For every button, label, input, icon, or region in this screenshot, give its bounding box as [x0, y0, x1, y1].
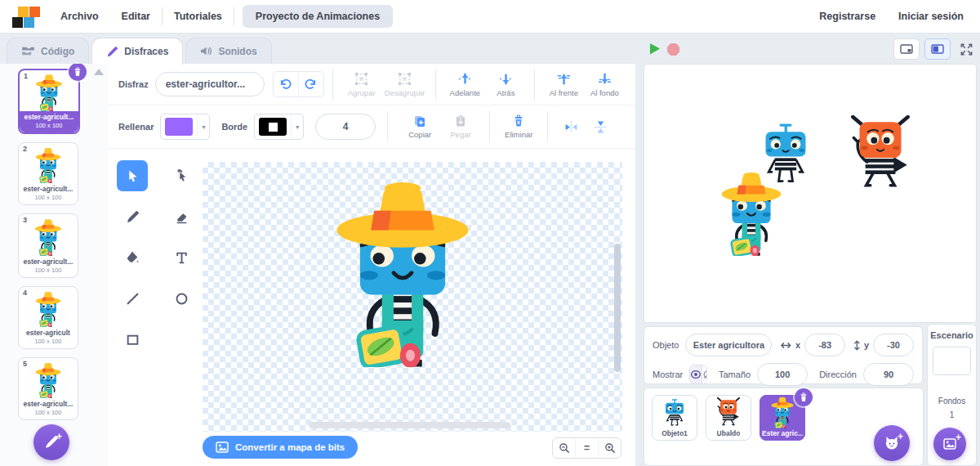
- x-label: x: [795, 340, 800, 350]
- trash-icon: [73, 67, 82, 77]
- ungroup-button[interactable]: Desagrupar: [382, 72, 428, 97]
- fill-label: Rellenar: [118, 122, 154, 132]
- sprite-name-input[interactable]: [685, 334, 772, 356]
- group-button[interactable]: Agrupar: [341, 72, 382, 97]
- zoom-out-button[interactable]: [553, 438, 575, 458]
- paste-label: Pegar: [451, 130, 471, 139]
- front-label: Al frente: [550, 88, 578, 97]
- sprite-direction-input[interactable]: [863, 363, 914, 386]
- backward-icon: [499, 72, 513, 86]
- tab-sounds[interactable]: Sonidos: [185, 38, 271, 64]
- forward-button[interactable]: Adelante: [444, 72, 485, 97]
- fullscreen-button[interactable]: [956, 39, 977, 59]
- back-button[interactable]: Al fondo: [584, 72, 625, 97]
- tab-code[interactable]: Código: [7, 38, 89, 64]
- add-backdrop-button[interactable]: +: [933, 428, 966, 460]
- stop-button[interactable]: [666, 43, 680, 56]
- line-tool[interactable]: [117, 283, 148, 314]
- costume-drawing-farmer[interactable]: [325, 173, 480, 367]
- text-tool[interactable]: [166, 242, 197, 273]
- large-stage-button[interactable]: [924, 38, 951, 60]
- costume-thumbnail: [33, 146, 63, 183]
- stroke-width-input[interactable]: [315, 114, 376, 140]
- costume-card-2[interactable]: 2 ester-agricult... 100 x 100: [18, 142, 78, 205]
- canvas-vertical-scrollbar[interactable]: [614, 244, 621, 372]
- paint-canvas[interactable]: [203, 162, 622, 432]
- costume-field-label: Disfraz: [118, 79, 149, 89]
- zoom-reset-button[interactable]: =: [575, 438, 598, 458]
- reshape-tool[interactable]: [166, 160, 197, 191]
- redo-button[interactable]: [298, 72, 323, 96]
- eraser-icon: [175, 210, 189, 224]
- sprite-y-input[interactable]: [873, 334, 914, 356]
- trash-icon: [799, 392, 808, 402]
- sprite-size-input[interactable]: [757, 363, 808, 386]
- costume-name: ester-agricult...: [19, 400, 78, 408]
- stop-sign-icon: [666, 43, 680, 56]
- costume-card-5[interactable]: 5 ester-agricult... 100 x 100: [18, 357, 78, 420]
- flip-vertical-button[interactable]: [588, 114, 612, 139]
- brush-icon: [106, 46, 118, 58]
- show-sprite-button[interactable]: [690, 365, 702, 383]
- eraser-tool[interactable]: [166, 201, 197, 232]
- scratch-editor: Archivo Editar Tutoriales Proyecto de An…: [0, 0, 980, 466]
- costume-card-3[interactable]: 3 ester-agricult... 100 x 100: [18, 213, 78, 278]
- menu-file[interactable]: Archivo: [49, 11, 110, 22]
- sprite-card-objeto1[interactable]: Objeto1: [652, 395, 697, 441]
- costume-list: 1 ester-agricult... 100 x 100 2 ester-ag…: [18, 69, 80, 420]
- signin-link[interactable]: Iniciar sesión: [887, 11, 975, 22]
- costume-card-4[interactable]: 4 ester-agricult 100 x 100: [18, 286, 78, 349]
- group-icon: [354, 72, 368, 86]
- stage[interactable]: [644, 64, 977, 323]
- plus-icon: +: [898, 432, 903, 441]
- costume-name: ester-agricult: [19, 329, 78, 337]
- convert-to-bitmap-button[interactable]: Convertir a mapa de bits: [203, 436, 358, 459]
- register-link[interactable]: Registrarse: [808, 11, 887, 22]
- tab-costumes[interactable]: Disfraces: [91, 38, 183, 65]
- select-tool[interactable]: [117, 160, 148, 191]
- menu-tutorials[interactable]: Tutoriales: [163, 11, 234, 22]
- fill-tool[interactable]: [117, 242, 148, 273]
- add-sprite-button[interactable]: +: [874, 425, 910, 461]
- rectangle-tool[interactable]: [117, 324, 148, 355]
- circle-tool[interactable]: [166, 283, 197, 314]
- undo-button[interactable]: [274, 72, 298, 96]
- costume-card-1[interactable]: 1 ester-agricult... 100 x 100: [18, 69, 80, 134]
- delete-button[interactable]: Eliminar: [498, 114, 539, 139]
- zoom-controls: =: [552, 437, 621, 459]
- fill-color-button[interactable]: ▼: [160, 114, 210, 140]
- small-stage-button[interactable]: [893, 38, 920, 60]
- delete-costume-button[interactable]: [69, 63, 87, 81]
- backward-button[interactable]: Atrás: [485, 72, 526, 97]
- hide-sprite-button[interactable]: [702, 365, 707, 383]
- costume-size: 100 x 100: [19, 267, 78, 274]
- brush-tool[interactable]: [117, 201, 148, 232]
- zoom-in-button[interactable]: [598, 438, 621, 458]
- sprite-card-ester-agric[interactable]: Ester agric...: [760, 395, 805, 441]
- app-logo[interactable]: [7, 5, 49, 28]
- x-axis-icon: [780, 342, 792, 349]
- add-costume-button[interactable]: +: [33, 424, 69, 460]
- forward-icon: [458, 72, 472, 86]
- green-flag-button[interactable]: [648, 43, 662, 56]
- sprite-x-input[interactable]: [804, 334, 845, 356]
- ungroup-label: Desagrupar: [385, 88, 425, 97]
- menu-edit[interactable]: Editar: [110, 11, 162, 22]
- paste-button[interactable]: Pegar: [440, 114, 481, 139]
- project-name[interactable]: Proyecto de Animaciones: [243, 5, 393, 28]
- costume-name-input[interactable]: [155, 72, 265, 96]
- front-button[interactable]: Al frente: [543, 72, 584, 97]
- ungroup-icon: [398, 72, 412, 86]
- backdrop-thumbnail[interactable]: [933, 347, 971, 375]
- sprite-card-ubaldo[interactable]: Ubaldo: [706, 395, 751, 441]
- delete-sprite-button[interactable]: [795, 388, 813, 406]
- stage-sprite-ester-agricultora[interactable]: [716, 168, 786, 256]
- stroke-color-button[interactable]: ▼: [254, 114, 304, 140]
- scroll-up-arrow[interactable]: [94, 69, 104, 75]
- stage-sprite-ubaldo[interactable]: [847, 115, 914, 195]
- copy-button[interactable]: Copiar: [399, 114, 440, 139]
- copy-label: Copiar: [408, 130, 431, 139]
- canvas-horizontal-scrollbar[interactable]: [309, 422, 510, 428]
- flip-horizontal-button[interactable]: [559, 114, 583, 139]
- redo-icon: [305, 78, 317, 91]
